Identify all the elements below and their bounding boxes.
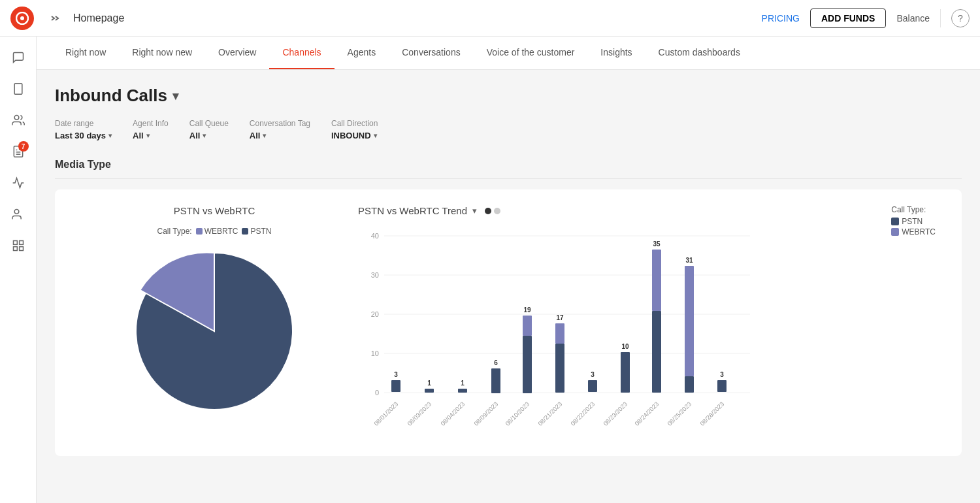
filter-date-range-value[interactable]: Last 30 days ▾	[55, 131, 112, 140]
filter-agent-info-value[interactable]: All ▾	[133, 131, 169, 140]
svg-rect-38	[621, 352, 630, 393]
charts-row: PSTN vs WebRTC Call Type: WEBRTC PSTN	[55, 189, 962, 456]
topbar-divider	[940, 9, 941, 27]
svg-text:20: 20	[371, 310, 379, 318]
pie-chart-title: PSTN vs WebRTC	[174, 205, 255, 216]
svg-text:08/21/2023: 08/21/2023	[536, 400, 563, 427]
svg-rect-41	[652, 250, 661, 311]
svg-rect-30	[523, 336, 532, 393]
svg-text:08/10/2023: 08/10/2023	[504, 400, 531, 427]
filter-call-queue-value[interactable]: All ▾	[189, 131, 229, 140]
tab-conversations[interactable]: Conversations	[389, 37, 474, 69]
filter-date-range-label: Date range	[55, 119, 112, 128]
sidebar-item-grid[interactable]	[5, 233, 31, 259]
tab-right-now[interactable]: Right now	[52, 37, 119, 69]
svg-text:08/03/2023: 08/03/2023	[406, 400, 433, 427]
add-funds-button[interactable]: ADD FUNDS	[810, 8, 886, 28]
tab-custom-dashboards[interactable]: Custom dashboards	[645, 37, 753, 69]
svg-text:31: 31	[685, 257, 693, 264]
svg-rect-2	[14, 84, 22, 95]
svg-point-7	[14, 210, 19, 214]
svg-rect-28	[491, 368, 500, 393]
filter-call-queue-label: Call Queue	[189, 119, 229, 128]
bar-chart-title: PSTN vs WebRTC Trend	[358, 205, 467, 216]
svg-text:40: 40	[371, 232, 379, 240]
sidebar-item-analytics[interactable]	[5, 170, 31, 196]
pie-chart-svg	[129, 246, 299, 416]
bar-dot-1	[485, 208, 491, 214]
svg-rect-46	[717, 380, 727, 392]
tab-right-now-new[interactable]: Right now new	[119, 37, 205, 69]
media-type-title: Media Type	[55, 159, 962, 179]
filter-conversation-tag-value[interactable]: All ▾	[250, 131, 310, 140]
filter-agent-info: Agent Info All ▾	[133, 119, 169, 140]
sidebar-item-reports[interactable]: 7	[5, 138, 31, 165]
svg-rect-9	[19, 241, 23, 245]
reports-badge: 7	[18, 141, 29, 152]
svg-text:08/24/2023: 08/24/2023	[633, 400, 660, 427]
svg-text:35: 35	[653, 240, 661, 248]
pie-chart-area: PSTN vs WebRTC Call Type: WEBRTC PSTN	[71, 205, 358, 440]
tab-insights[interactable]: Insights	[587, 37, 645, 69]
svg-text:08/23/2023: 08/23/2023	[602, 400, 629, 427]
svg-text:0: 0	[375, 389, 379, 397]
svg-rect-33	[555, 344, 564, 393]
svg-rect-43	[685, 376, 694, 393]
pie-call-type-label: Call Type:	[157, 227, 192, 236]
bar-chart-svg: 40 30 20 10 0 3 1	[358, 229, 763, 438]
tab-agents[interactable]: Agents	[335, 37, 389, 69]
topbar: Homepage PRICING ADD FUNDS Balance ?	[0, 0, 980, 37]
bar-chart-graph: 40 30 20 10 0 3 1	[358, 229, 946, 440]
filter-call-direction-value[interactable]: INBOUND ▾	[331, 131, 378, 140]
page-title-text: Inbound Calls	[55, 86, 167, 106]
pie-legend-pstn: PSTN	[250, 227, 271, 236]
tab-voice-customer[interactable]: Voice of the customer	[474, 37, 588, 69]
sidebar-item-chat[interactable]	[5, 44, 31, 71]
sidebar-item-contacts[interactable]	[5, 107, 31, 133]
svg-rect-24	[425, 389, 434, 393]
page-title: Homepage	[73, 12, 762, 24]
svg-rect-8	[13, 241, 17, 245]
svg-rect-44	[685, 266, 694, 376]
bar-chart-dropdown[interactable]: ▾	[472, 206, 477, 216]
bar-dot-2	[494, 208, 500, 214]
topbar-right: PRICING ADD FUNDS Balance ?	[762, 8, 970, 28]
svg-text:6: 6	[494, 359, 498, 366]
svg-point-1	[20, 16, 24, 20]
filter-call-queue: Call Queue All ▾	[189, 119, 229, 140]
svg-rect-34	[555, 323, 564, 344]
svg-text:30: 30	[371, 271, 379, 279]
tab-channels[interactable]: Channels	[269, 37, 334, 69]
svg-text:08/28/2023: 08/28/2023	[698, 400, 725, 427]
expand-icon[interactable]	[44, 8, 65, 29]
filters-row: Date range Last 30 days ▾ Agent Info All…	[55, 119, 962, 140]
help-icon[interactable]: ?	[951, 9, 970, 27]
svg-text:19: 19	[523, 306, 531, 314]
svg-rect-36	[588, 380, 597, 392]
filter-agent-info-label: Agent Info	[133, 119, 169, 128]
svg-rect-22	[391, 380, 400, 392]
bar-chart-area: PSTN vs WebRTC Trend ▾ Call Type: PSTN	[358, 205, 946, 440]
svg-text:3: 3	[591, 371, 595, 378]
pricing-link[interactable]: PRICING	[762, 13, 800, 24]
svg-text:08/09/2023: 08/09/2023	[472, 400, 499, 427]
filter-call-direction-label: Call Direction	[331, 119, 378, 128]
svg-text:10: 10	[621, 343, 629, 350]
svg-text:08/25/2023: 08/25/2023	[666, 400, 693, 427]
bar-chart-header: PSTN vs WebRTC Trend ▾	[358, 205, 946, 216]
pie-legend-webrtc: WEBRTC	[204, 227, 238, 236]
sidebar: 7	[0, 37, 37, 503]
svg-rect-10	[13, 247, 17, 251]
sidebar-item-phone[interactable]	[5, 76, 31, 102]
svg-text:1: 1	[461, 380, 465, 387]
sidebar-item-team[interactable]	[5, 201, 31, 227]
tab-overview[interactable]: Overview	[205, 37, 269, 69]
page-title-dropdown[interactable]: ▾	[172, 89, 178, 103]
svg-rect-26	[458, 389, 467, 393]
filter-conversation-tag-label: Conversation Tag	[250, 119, 310, 128]
svg-text:08/01/2023: 08/01/2023	[372, 400, 399, 427]
bar-legend-pstn: PSTN	[891, 217, 936, 226]
media-type-section: Media Type PSTN vs WebRTC Call Type: WEB…	[55, 159, 962, 456]
bar-chart-dots	[485, 208, 500, 214]
svg-text:17: 17	[556, 314, 564, 321]
